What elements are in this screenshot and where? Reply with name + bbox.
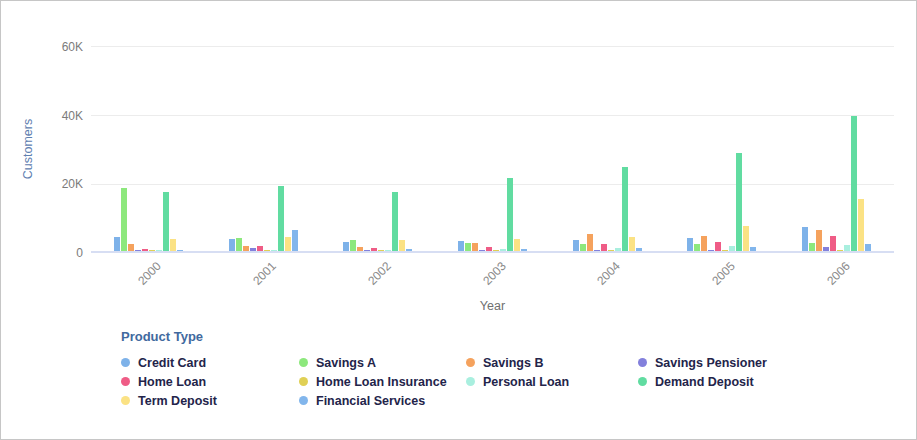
- legend-item-label: Savings Pensioner: [655, 356, 767, 370]
- y-tick-label-40K: 40K: [35, 108, 83, 124]
- bar-financial-services-2001[interactable]: [292, 230, 298, 251]
- bar-credit-card-2003[interactable]: [458, 241, 464, 251]
- bar-home-loan-insurance-2005[interactable]: [722, 250, 728, 251]
- legend-swatch-icon: [299, 396, 308, 405]
- bar-demand-deposit-2005[interactable]: [736, 153, 742, 251]
- bar-savings-pensioner-2006[interactable]: [823, 247, 829, 251]
- legend-item-label: Personal Loan: [483, 375, 569, 389]
- bar-home-loan-2003[interactable]: [486, 247, 492, 251]
- bar-home-loan-2002[interactable]: [371, 248, 377, 251]
- bar-demand-deposit-2003[interactable]: [507, 178, 513, 251]
- bar-term-deposit-2002[interactable]: [399, 240, 405, 251]
- bar-financial-services-2003[interactable]: [521, 249, 527, 251]
- bar-savings-pensioner-2005[interactable]: [708, 250, 714, 251]
- bar-savings-b-2001[interactable]: [243, 246, 249, 251]
- legend-item-label: Home Loan Insurance: [316, 375, 447, 389]
- bar-savings-b-2003[interactable]: [472, 243, 478, 251]
- x-axis-zero-line: [91, 251, 894, 253]
- bar-savings-a-2001[interactable]: [236, 238, 242, 251]
- bar-credit-card-2000[interactable]: [114, 237, 120, 251]
- bar-demand-deposit-2000[interactable]: [163, 192, 169, 251]
- bar-savings-b-2006[interactable]: [816, 230, 822, 251]
- bar-credit-card-2004[interactable]: [573, 240, 579, 251]
- bar-demand-deposit-2006[interactable]: [851, 116, 857, 251]
- bar-savings-a-2000[interactable]: [121, 188, 127, 251]
- legend-item-term-deposit[interactable]: Term Deposit: [121, 394, 299, 408]
- bar-credit-card-2005[interactable]: [687, 238, 693, 251]
- bar-savings-a-2003[interactable]: [465, 243, 471, 251]
- bar-home-loan-insurance-2001[interactable]: [264, 250, 270, 251]
- bar-savings-b-2004[interactable]: [587, 234, 593, 251]
- bar-term-deposit-2001[interactable]: [285, 237, 291, 251]
- legend-item-credit-card[interactable]: Credit Card: [121, 356, 299, 370]
- bar-financial-services-2000[interactable]: [177, 250, 183, 251]
- bar-personal-loan-2000[interactable]: [156, 250, 162, 251]
- bar-demand-deposit-2001[interactable]: [278, 186, 284, 251]
- legend-item-home-loan[interactable]: Home Loan: [121, 375, 299, 389]
- bar-home-loan-2004[interactable]: [601, 244, 607, 251]
- bar-home-loan-2006[interactable]: [830, 236, 836, 251]
- bar-savings-pensioner-2000[interactable]: [135, 250, 141, 251]
- bar-home-loan-2000[interactable]: [142, 249, 148, 251]
- legend-item-savings-a[interactable]: Savings A: [299, 356, 466, 370]
- legend-swatch-icon: [466, 358, 475, 367]
- bar-savings-a-2005[interactable]: [694, 244, 700, 251]
- legend-item-savings-pensioner[interactable]: Savings Pensioner: [638, 356, 901, 370]
- bar-savings-a-2002[interactable]: [350, 240, 356, 251]
- bar-savings-a-2006[interactable]: [809, 243, 815, 251]
- legend-item-label: Credit Card: [138, 356, 206, 370]
- legend-item-savings-b[interactable]: Savings B: [466, 356, 638, 370]
- legend-item-label: Home Loan: [138, 375, 206, 389]
- bar-home-loan-insurance-2006[interactable]: [837, 250, 843, 251]
- bar-term-deposit-2006[interactable]: [858, 199, 864, 251]
- gridline-20K: [91, 184, 894, 185]
- bar-credit-card-2001[interactable]: [229, 239, 235, 251]
- bar-financial-services-2006[interactable]: [865, 244, 871, 251]
- bar-term-deposit-2000[interactable]: [170, 239, 176, 251]
- bar-financial-services-2002[interactable]: [406, 249, 412, 251]
- legend-title: Product Type: [121, 329, 901, 344]
- bar-home-loan-insurance-2002[interactable]: [378, 250, 384, 251]
- bar-term-deposit-2005[interactable]: [743, 226, 749, 251]
- bar-personal-loan-2006[interactable]: [844, 245, 850, 251]
- bar-savings-pensioner-2004[interactable]: [594, 250, 600, 251]
- legend-item-demand-deposit[interactable]: Demand Deposit: [638, 375, 901, 389]
- bar-home-loan-insurance-2003[interactable]: [493, 250, 499, 251]
- bar-savings-b-2000[interactable]: [128, 244, 134, 251]
- bar-personal-loan-2001[interactable]: [271, 250, 277, 251]
- bar-financial-services-2004[interactable]: [636, 248, 642, 251]
- legend-item-label: Term Deposit: [138, 394, 217, 408]
- bar-personal-loan-2005[interactable]: [729, 246, 735, 251]
- legend-item-label: Savings A: [316, 356, 376, 370]
- bar-credit-card-2002[interactable]: [343, 242, 349, 251]
- bar-home-loan-insurance-2000[interactable]: [149, 250, 155, 251]
- bar-financial-services-2005[interactable]: [750, 247, 756, 251]
- legend-item-financial-services[interactable]: Financial Services: [299, 394, 466, 408]
- bar-savings-a-2004[interactable]: [580, 244, 586, 251]
- legend-items: Credit CardSavings ASavings BSavings Pen…: [121, 353, 901, 410]
- bar-savings-pensioner-2001[interactable]: [250, 248, 256, 251]
- bar-chart-plot-area: Customers Year 020K40K60K200020012002200…: [91, 21, 894, 253]
- bar-personal-loan-2004[interactable]: [615, 248, 621, 251]
- y-tick-label-60K: 60K: [35, 39, 83, 55]
- bar-home-loan-insurance-2004[interactable]: [608, 250, 614, 251]
- bar-term-deposit-2004[interactable]: [629, 237, 635, 251]
- bar-home-loan-2001[interactable]: [257, 246, 263, 251]
- legend-item-personal-loan[interactable]: Personal Loan: [466, 375, 638, 389]
- bar-savings-b-2002[interactable]: [357, 247, 363, 251]
- bar-credit-card-2006[interactable]: [802, 227, 808, 251]
- legend-swatch-icon: [121, 358, 130, 367]
- bar-demand-deposit-2002[interactable]: [392, 192, 398, 251]
- legend-item-home-loan-insurance[interactable]: Home Loan Insurance: [299, 375, 466, 389]
- bar-personal-loan-2003[interactable]: [500, 249, 506, 251]
- bar-term-deposit-2003[interactable]: [514, 239, 520, 251]
- bar-savings-pensioner-2002[interactable]: [364, 250, 370, 251]
- bar-demand-deposit-2004[interactable]: [622, 167, 628, 251]
- y-axis-title: Customers: [21, 69, 37, 229]
- bar-personal-loan-2002[interactable]: [385, 250, 391, 251]
- bar-savings-pensioner-2003[interactable]: [479, 250, 485, 251]
- y-tick-label-20K: 20K: [35, 176, 83, 192]
- legend-swatch-icon: [299, 377, 308, 386]
- bar-savings-b-2005[interactable]: [701, 236, 707, 251]
- bar-home-loan-2005[interactable]: [715, 242, 721, 251]
